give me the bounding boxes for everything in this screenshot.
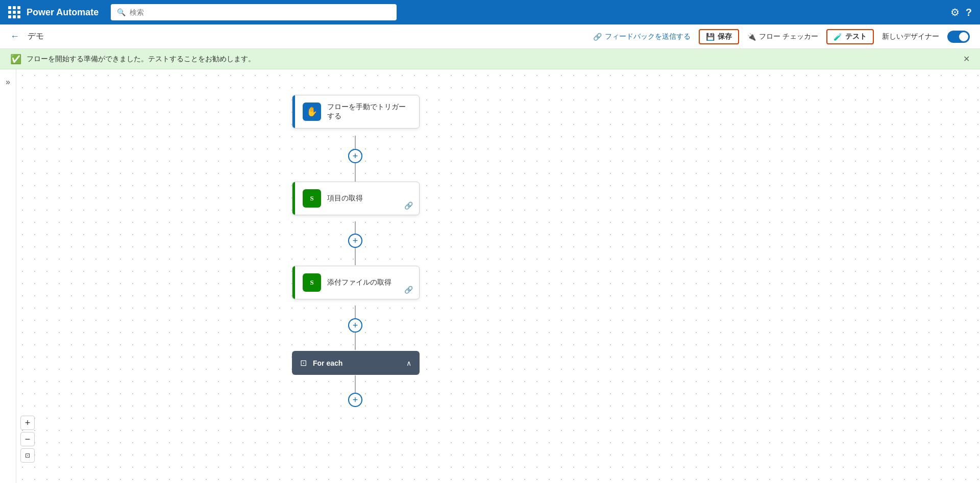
get-items-icon: S [303,189,321,208]
get-items-node-bar [292,182,295,215]
get-items-node[interactable]: S 項目の取得 🔗 [292,182,420,215]
get-attachments-title: 添付ファイルの取得 [327,278,391,287]
new-designer-label: 新しいデザイナー [882,32,939,41]
for-each-collapse-icon[interactable]: ∧ [406,359,411,367]
top-nav: Power Automate 🔍 ⚙ ? [0,0,980,24]
connector-line-3b [355,333,356,350]
trigger-node-title: フローを手動でトリガーする [327,103,411,121]
app-grid-icon[interactable] [8,6,20,18]
flow-checker-icon: 🔌 [747,33,756,41]
settings-button[interactable]: ⚙ [950,6,960,18]
check-icon: ✅ [10,54,21,65]
secondary-nav: ← デモ 🔗 フィードバックを送信する 💾 保存 🔌 フロー チェッカー 🧪 テ… [0,24,980,49]
notification-close-button[interactable]: ✕ [963,54,970,64]
zoom-out-button[interactable]: − [20,432,35,446]
save-button[interactable]: 💾 保存 [699,29,739,44]
for-each-icon: ⊡ [300,358,307,368]
get-items-title: 項目の取得 [327,194,363,203]
test-label: テスト [845,32,867,41]
get-attachments-node[interactable]: S 添付ファイルの取得 🔗 [292,266,420,299]
get-attachments-link-icon: 🔗 [404,286,413,294]
for-each-title: For each [313,359,400,367]
back-button[interactable]: ← [10,31,19,42]
get-items-link-icon: 🔗 [404,201,413,210]
save-icon: 💾 [706,33,715,41]
flow-canvas: ✋ フローを手動でトリガーする ▼ + ▼ S 項目の取得 🔗 ▼ + ▼ S … [16,69,980,483]
feedback-button[interactable]: 🔗 フィードバックを送信する [593,32,691,41]
notification-bar: ✅ フローを開始する準備ができました。テストすることをお勧めします。 ✕ [0,49,980,69]
app-name: Power Automate [27,7,99,18]
trigger-node[interactable]: ✋ フローを手動でトリガーする [292,95,420,129]
feedback-icon: 🔗 [593,33,602,41]
new-designer-toggle[interactable] [947,31,970,43]
sidebar-chevron-button[interactable]: » [6,78,10,87]
trigger-node-icon: ✋ [303,103,321,121]
search-icon: 🔍 [117,8,126,16]
add-step-button-1[interactable]: + [348,149,362,163]
add-step-button-2[interactable]: + [348,234,362,248]
search-box: 🔍 [111,4,397,20]
get-attachments-bar [292,266,295,299]
test-icon: 🧪 [834,33,842,41]
add-step-button-3[interactable]: + [348,318,362,333]
test-button[interactable]: 🧪 テスト [826,29,874,44]
flow-checker-button[interactable]: 🔌 フロー チェッカー [747,32,818,41]
for-each-inner-add-button[interactable]: + [348,393,362,407]
canvas-area: » ✋ フローを手動でトリガーする ▼ + ▼ S 項目の取得 🔗 ▼ + ▼ [0,69,980,483]
help-button[interactable]: ? [966,7,972,18]
notification-text: フローを開始する準備ができました。テストすることをお勧めします。 [27,55,255,64]
feedback-label: フィードバックを送信する [605,32,691,41]
fit-to-screen-button[interactable]: ⊡ [20,448,35,463]
search-input[interactable] [130,8,390,16]
connector-line-2b [355,248,356,265]
trigger-node-bar [292,95,295,128]
sidebar-toggle: » [0,69,16,483]
flow-name: デモ [28,31,44,42]
for-each-node[interactable]: ⊡ For each ∧ [292,351,420,375]
save-label: 保存 [718,32,732,41]
zoom-controls: + − ⊡ [20,416,35,463]
connector-line-1b [355,163,356,182]
zoom-in-button[interactable]: + [20,416,35,430]
get-attachments-icon: S [303,273,321,292]
flow-checker-label: フロー チェッカー [759,32,818,41]
